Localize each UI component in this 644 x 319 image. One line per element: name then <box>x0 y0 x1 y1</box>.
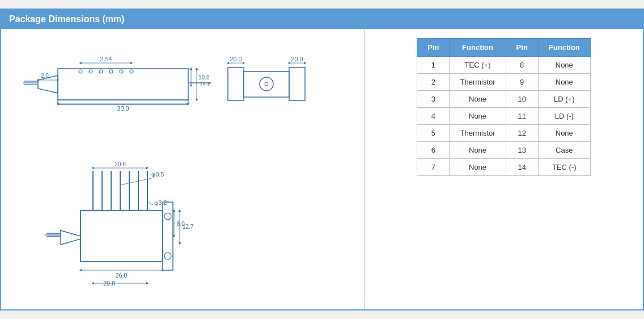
table-section: Pin Function Pin Function 1 TEC (+) 8 No… <box>365 29 643 309</box>
svg-rect-44 <box>163 202 173 270</box>
svg-text:30.0: 30.0 <box>117 105 129 112</box>
pin1-cell: 1 <box>417 57 450 74</box>
svg-text:20.8: 20.8 <box>115 161 126 167</box>
pin-function-table: Pin Function Pin Function 1 TEC (+) 8 No… <box>417 38 590 176</box>
table-row: 3 None 10 LD (+) <box>417 91 590 108</box>
page-title: Package Dimensions (mm) <box>9 14 125 24</box>
svg-text:2.54: 2.54 <box>100 56 112 62</box>
col-header-pin1: Pin <box>417 39 450 57</box>
func1-cell: None <box>450 159 506 176</box>
pin2-cell: 14 <box>506 159 538 176</box>
func1-cell: Thermistor <box>450 125 506 142</box>
svg-text:2.0: 2.0 <box>41 73 49 79</box>
svg-point-9 <box>120 70 123 73</box>
pin1-cell: 3 <box>417 91 450 108</box>
func2-cell: TEC (-) <box>538 159 590 176</box>
svg-point-6 <box>89 70 92 73</box>
table-row: 2 Thermistor 9 None <box>417 74 590 91</box>
package-diagram: 2.54 10.8 14.8 30.0 2.0 <box>7 35 358 301</box>
svg-point-5 <box>79 70 82 73</box>
svg-line-48 <box>120 178 151 185</box>
pin2-cell: 8 <box>506 57 538 74</box>
svg-rect-23 <box>228 68 244 100</box>
svg-rect-39 <box>80 211 163 262</box>
table-row: 4 None 11 LD (-) <box>417 108 590 125</box>
col-header-func1: Function <box>450 39 506 57</box>
svg-point-10 <box>130 70 133 73</box>
svg-text:14.8: 14.8 <box>200 81 211 87</box>
svg-text:10.8: 10.8 <box>198 74 210 81</box>
svg-text:φ0.5: φ0.5 <box>151 171 164 178</box>
table-row: 7 None 14 TEC (-) <box>417 159 590 176</box>
func1-cell: None <box>450 91 506 108</box>
content-area: 2.54 10.8 14.8 30.0 2.0 <box>1 29 643 309</box>
func1-cell: None <box>450 108 506 125</box>
title-bar: Package Dimensions (mm) <box>1 10 643 29</box>
table-row: 5 Thermistor 12 None <box>417 125 590 142</box>
svg-line-50 <box>147 202 153 205</box>
svg-text:26.0: 26.0 <box>115 272 127 279</box>
svg-text:φ3.2: φ3.2 <box>154 199 167 206</box>
svg-text:12.7: 12.7 <box>183 224 194 230</box>
pin1-cell: 7 <box>417 159 450 176</box>
svg-point-25 <box>260 77 273 91</box>
pin2-cell: 11 <box>506 108 538 125</box>
svg-point-8 <box>109 70 113 73</box>
table-row: 6 None 13 Case <box>417 142 590 159</box>
pin1-cell: 2 <box>417 74 450 91</box>
pin2-cell: 10 <box>506 91 538 108</box>
svg-marker-40 <box>61 230 80 245</box>
col-header-func2: Function <box>538 39 590 57</box>
col-header-pin2: Pin <box>506 39 538 57</box>
func1-cell: None <box>450 142 506 159</box>
svg-point-26 <box>265 82 268 86</box>
svg-text:20.0: 20.0 <box>291 56 303 62</box>
table-row: 1 TEC (+) 8 None <box>417 57 590 74</box>
func2-cell: Case <box>538 142 590 159</box>
func1-cell: Thermistor <box>450 74 506 91</box>
func2-cell: None <box>538 57 590 74</box>
func2-cell: LD (+) <box>538 91 590 108</box>
pin2-cell: 13 <box>506 142 538 159</box>
svg-rect-27 <box>289 68 305 100</box>
func2-cell: LD (-) <box>538 108 590 125</box>
pin1-cell: 6 <box>417 142 450 159</box>
func2-cell: None <box>538 125 590 142</box>
pin2-cell: 12 <box>506 125 538 142</box>
pin2-cell: 9 <box>506 74 538 91</box>
svg-point-46 <box>164 253 171 259</box>
diagram-section: 2.54 10.8 14.8 30.0 2.0 <box>1 29 365 309</box>
func2-cell: None <box>538 74 590 91</box>
pin1-cell: 4 <box>417 108 450 125</box>
func1-cell: TEC (+) <box>450 57 506 74</box>
svg-point-7 <box>99 70 103 73</box>
main-container: Package Dimensions (mm) <box>0 9 644 310</box>
svg-rect-0 <box>58 69 188 100</box>
pin1-cell: 5 <box>417 125 450 142</box>
svg-text:20.0: 20.0 <box>230 56 242 62</box>
svg-rect-24 <box>244 72 289 97</box>
svg-point-45 <box>164 213 171 220</box>
